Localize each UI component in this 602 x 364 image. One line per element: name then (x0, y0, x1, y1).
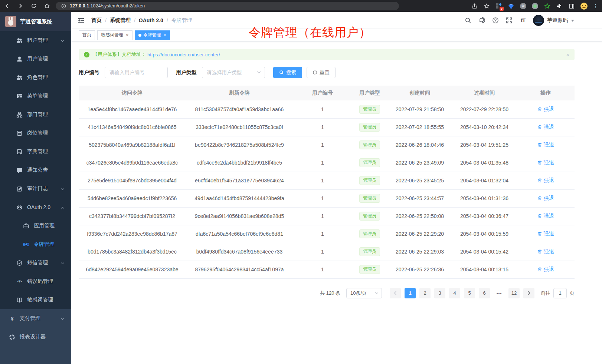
sidebar-item-role[interactable]: 角色管理 (0, 68, 71, 87)
sidebar-item-menu[interactable]: 菜单管理 (0, 87, 71, 105)
reload-icon[interactable] (30, 3, 37, 9)
force-logout-button[interactable]: 强退 (537, 195, 554, 202)
sidebar-collapse-icon[interactable] (77, 16, 85, 24)
url-text: 127.0.0.1:1024/system/oauth2/token (70, 3, 145, 9)
page-size-select[interactable]: 10条/页 (346, 288, 382, 298)
sidebar-item-dict[interactable]: 字典管理 (0, 142, 71, 161)
breadcrumb-item: 令牌管理 (171, 17, 192, 24)
tab-close-icon[interactable]: × (126, 33, 129, 37)
expire-time-cell: 2054-03-04 01:35:48 (452, 154, 517, 172)
forward-icon[interactable] (17, 3, 24, 9)
sidebar-item-tenant[interactable]: 租户管理 (0, 31, 71, 50)
caret-down-icon (571, 17, 575, 24)
username: 芋道源码 (547, 17, 568, 24)
puzzle-extension-icon[interactable] (556, 3, 563, 9)
trash-icon (537, 196, 542, 201)
force-logout-button[interactable]: 强退 (537, 106, 554, 113)
reset-button[interactable]: 重置 (307, 67, 336, 78)
notice-icon (16, 167, 23, 173)
sidebar-item-sensitive[interactable]: 敏感词管理 (0, 291, 71, 309)
fullscreen-icon[interactable] (506, 17, 513, 24)
force-logout-button[interactable]: 强退 (537, 248, 554, 255)
sidebar-item-dept[interactable]: 部门管理 (0, 105, 71, 124)
home-icon[interactable] (44, 3, 50, 9)
created-time-cell: 2022-06-25 22:29:03 (387, 243, 452, 261)
page-button-3[interactable]: 3 (434, 288, 445, 298)
expire-time-cell: 2054-03-10 20:42:34 (452, 118, 517, 136)
page-button-4[interactable]: 4 (449, 288, 460, 298)
sidebar-item-post[interactable]: 岗位管理 (0, 124, 71, 142)
next-page-button[interactable] (523, 288, 534, 298)
breadcrumb-item[interactable]: OAuth 2.0 (139, 17, 163, 23)
tab-令牌管理[interactable]: 令牌管理× (135, 30, 170, 40)
page-button-2[interactable]: 2 (419, 288, 431, 298)
sidebar-item-sms[interactable]: 短信管理 (0, 254, 71, 272)
gem-extension-icon[interactable] (508, 3, 514, 9)
force-logout-button[interactable]: 强退 (537, 142, 554, 148)
alert-close-icon[interactable]: × (566, 52, 569, 58)
font-size-icon[interactable]: tT (519, 17, 527, 24)
created-time-cell: 2022-06-25 22:26:36 (387, 261, 452, 278)
sidebar-item-user[interactable]: 用户管理 (0, 50, 71, 68)
breadcrumb-item[interactable]: 系统管理 (110, 17, 131, 24)
menu-dots-icon[interactable]: ⋮ (593, 5, 598, 7)
access-token-cell: 54d6be82ee5a460a9aedc1f9bf223656 (79, 189, 186, 207)
force-logout-button[interactable]: 强退 (537, 266, 554, 273)
expire-time-cell: 2054-03-04 19:51:25 (452, 136, 517, 154)
expire-time-cell: 2054-03-04 00:15:42 (452, 243, 517, 261)
force-logout-button[interactable]: 强退 (537, 213, 554, 219)
app-title: 芋道管理系统 (20, 18, 52, 25)
sidebar-item-errcode[interactable]: </> 错误码管理 (0, 272, 71, 291)
sidebar-item-report[interactable]: 报表设计器 (0, 328, 71, 346)
star-icon[interactable] (483, 3, 490, 9)
tab-敏感词管理[interactable]: 敏感词管理× (97, 30, 132, 40)
tab-首页[interactable]: 首页 (79, 30, 95, 40)
sidebar-root-menu: ¥ 支付管理 报表设计器 (0, 309, 71, 346)
user-id-input[interactable] (105, 67, 168, 78)
column-header: 刷新令牌 (186, 86, 293, 100)
access-token-cell: b0d1785bc3a8482f812db4a3f3bd15ec (79, 243, 186, 261)
info-icon[interactable] (60, 3, 67, 9)
tab-close-icon[interactable]: × (164, 33, 167, 37)
help-icon[interactable] (492, 17, 499, 24)
url-bar[interactable]: 127.0.0.1:1024/system/oauth2/token (56, 2, 399, 10)
force-logout-button[interactable]: 强退 (537, 159, 554, 166)
user-type-select[interactable]: 请选择用户类型 (202, 67, 265, 78)
access-token-cell: 6d842e2924594de9a09e45e087323abe (79, 261, 186, 278)
errcode-icon: </> (16, 278, 23, 285)
page-button-1[interactable]: 1 (405, 288, 416, 298)
breadcrumb-item[interactable]: 首页 (91, 17, 102, 24)
page-button-6[interactable]: 6 (479, 288, 490, 298)
role-icon (16, 75, 23, 81)
sidebar-item-token[interactable]: ((A)) 令牌管理 (0, 235, 71, 254)
github-icon[interactable] (478, 17, 485, 24)
page-button-5[interactable]: 5 (464, 288, 475, 298)
sidebar-item-app[interactable]: 应用管理 (0, 216, 71, 235)
recorder-extension-icon[interactable] (532, 3, 538, 9)
alert-doc-link[interactable]: https://doc.iocoder.cn/user-center/ (147, 52, 220, 57)
refresh-token-cell: cdfc4ce9c2da4bb1bdf21b9918ff4be5 (186, 154, 293, 172)
share-icon[interactable] (471, 3, 478, 9)
prev-page-button[interactable] (390, 288, 401, 298)
sidebar-item-oauth2[interactable]: OAuth 2.0 (0, 198, 71, 216)
sidebar-item-notice[interactable]: 通知公告 (0, 161, 71, 179)
user-menu[interactable]: 芋道源码 (533, 15, 575, 26)
back-icon[interactable] (4, 3, 10, 9)
extension-blocks-icon[interactable]: 9 (495, 3, 502, 9)
trash-icon (537, 231, 542, 236)
force-logout-button[interactable]: 强退 (537, 124, 554, 130)
alert-text: 【用户体系】文档地址： (93, 51, 146, 58)
page-button-12[interactable]: 12 (508, 288, 520, 298)
force-logout-button[interactable]: 强退 (537, 231, 554, 237)
app-logo[interactable]: 芋道管理系统 (0, 12, 71, 31)
force-logout-button[interactable]: 强退 (537, 177, 554, 184)
sidebar-item-pay[interactable]: ¥ 支付管理 (0, 309, 71, 328)
sidebar-item-audit[interactable]: 审计日志 (0, 179, 71, 198)
command-extension-icon[interactable]: ⌘ (520, 3, 526, 9)
search-button[interactable]: 搜索 (273, 67, 302, 78)
star-extension-icon[interactable] (544, 3, 550, 9)
search-icon[interactable] (464, 17, 472, 24)
profile-avatar[interactable] (580, 3, 588, 10)
goto-page-input[interactable] (553, 288, 567, 298)
sidebar-toggle-icon[interactable] (568, 3, 575, 9)
